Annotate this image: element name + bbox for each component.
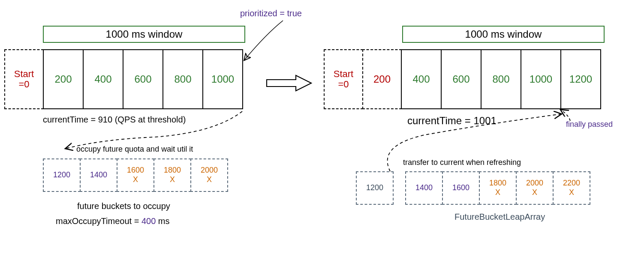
left-bucket-600: 600 [123, 49, 163, 109]
arrow-transfer-icon [373, 111, 596, 176]
future-bucket-2000: 2000 X [190, 158, 228, 192]
future-bucket-1800: 1800 X [153, 158, 191, 192]
left-bottom-label-2: maxOccupyTimeout = 400 ms [56, 216, 169, 226]
r-future-bucket-1400: 1400 [405, 171, 443, 205]
left-bottom-label-1: future buckets to occupy [77, 201, 170, 211]
r-future-bucket-2200: 2200 X [553, 171, 590, 205]
right-bucket-row: Start =0 200 400 600 800 1000 1200 [324, 49, 601, 109]
detached-bucket-1200: 1200 [356, 171, 394, 205]
right-footer-label: FutureBucketLeapArray [454, 212, 545, 222]
left-start-label: Start =0 [14, 69, 34, 90]
arrow-prioritized-icon [240, 17, 292, 69]
future-bucket-1200: 1200 [43, 158, 81, 192]
arrow-occupy-icon [60, 109, 249, 156]
transition-arrow-icon [266, 74, 313, 94]
right-detached-bucket-row: 1200 [356, 171, 394, 205]
r-future-bucket-2000: 2000 X [516, 171, 554, 205]
diagram-root: prioritized = true 1000 ms window Start … [4, 9, 640, 248]
r-future-bucket-1800: 1800 X [479, 171, 517, 205]
left-bucket-1000: 1000 [202, 49, 243, 109]
right-bucket-200-expired: 200 [362, 49, 402, 109]
left-window-header: 1000 ms window [43, 26, 245, 43]
right-start-label: Start =0 [334, 69, 353, 90]
left-bucket-200: 200 [43, 49, 84, 109]
left-future-row: 1200 1400 1600 X 1800 X 2000 X [43, 158, 228, 192]
right-bucket-1000: 1000 [521, 49, 561, 109]
right-bucket-400: 400 [401, 49, 442, 109]
right-bucket-600: 600 [441, 49, 481, 109]
left-bucket-row: Start =0 200 400 600 800 1000 [4, 49, 243, 109]
future-bucket-1400: 1400 [80, 158, 117, 192]
r-future-bucket-1600: 1600 [442, 171, 480, 205]
right-bucket-800: 800 [481, 49, 521, 109]
right-window-header: 1000 ms window [402, 26, 605, 43]
left-bucket-800: 800 [163, 49, 203, 109]
future-bucket-1600: 1600 X [117, 158, 154, 192]
right-start-bucket: Start =0 [324, 49, 363, 109]
left-start-bucket: Start =0 [4, 49, 44, 109]
left-bucket-400: 400 [83, 49, 123, 109]
right-bucket-1200: 1200 [560, 49, 601, 109]
right-future-row: 1400 1600 1800 X 2000 X 2200 X [405, 171, 590, 205]
